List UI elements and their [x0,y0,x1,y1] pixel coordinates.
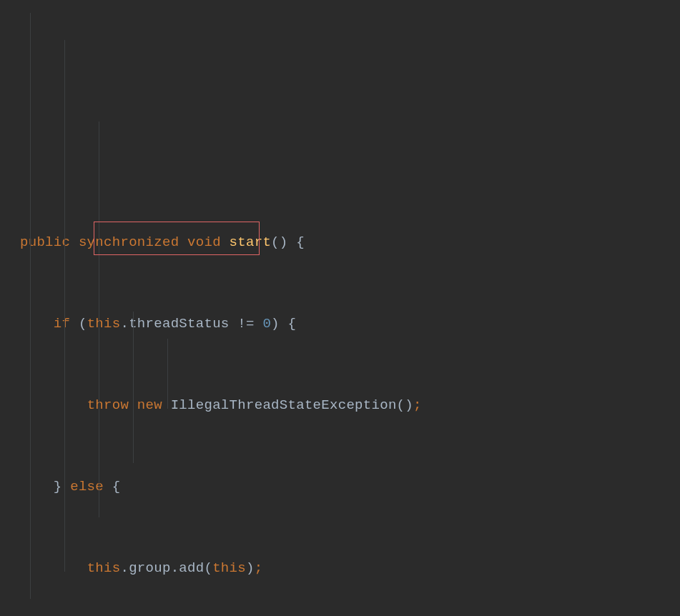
keyword-this: this [212,560,246,576]
brace: { [112,479,121,495]
semicolon: ; [255,560,263,576]
brace: } [54,479,62,495]
operator: != [237,316,254,332]
keyword-if: if [54,316,70,332]
keyword-this: this [87,316,121,332]
paren: ) [271,316,280,332]
indent-guide [99,121,99,517]
parens: () [271,234,287,250]
code-line[interactable]: if (this.threadStatus != 0) { [20,310,680,337]
brace: { [296,234,305,250]
paren: ( [79,316,87,332]
class-name: IllegalThreadStateException [171,397,397,413]
keyword-throw: throw [87,397,129,413]
keyword-public: public [20,234,70,250]
code-line[interactable]: throw new IllegalThreadStateException(); [20,392,680,419]
field: group [129,560,171,576]
keyword-synchronized: synchronized [79,234,179,250]
dot: . [120,316,129,332]
code-line[interactable]: this.group.add(this); [20,555,680,582]
dot: . [120,560,129,576]
paren: ( [204,560,212,576]
keyword-new: new [137,397,162,413]
keyword-void: void [187,234,221,250]
field: threadStatus [129,316,229,332]
code-editor[interactable]: public synchronized void start() { if (t… [0,0,680,616]
semicolon: ; [413,397,422,413]
indent-guide [133,312,134,463]
dot: . [171,560,179,576]
number: 0 [262,316,271,332]
indent-guide [167,339,168,409]
brace: { [288,316,297,332]
keyword-this: this [87,560,121,576]
method-name: start [230,234,272,250]
code-line[interactable]: } else { [20,473,680,500]
method-call: add [179,560,204,576]
code-line[interactable]: public synchronized void start() { [20,229,680,256]
indent-guide [30,13,31,599]
parens: () [397,397,413,413]
paren: ) [246,560,255,576]
indent-guide [64,40,65,572]
